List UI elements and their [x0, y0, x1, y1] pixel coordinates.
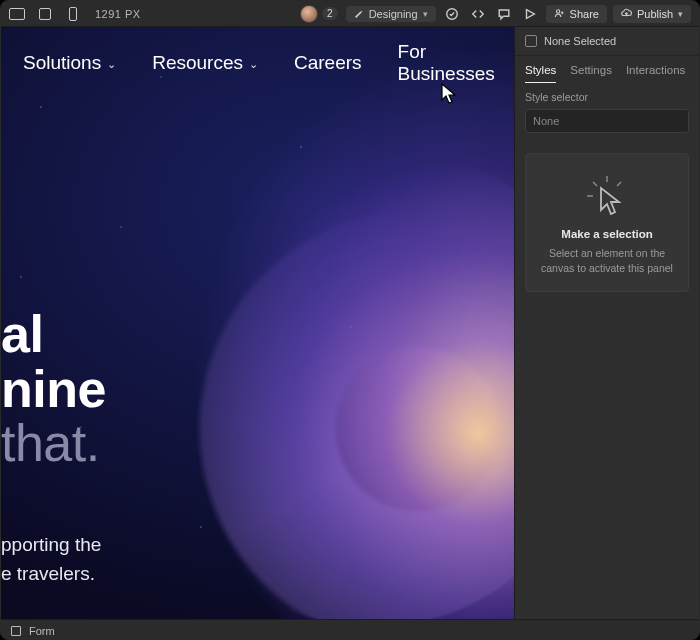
avatar-icon	[300, 5, 318, 23]
mode-dropdown[interactable]: Designing ▾	[346, 6, 436, 22]
svg-line-4	[617, 182, 621, 186]
app-window: 1291 PX 2 Designing ▾ S	[0, 0, 700, 640]
empty-selection-placeholder: Make a selection Select an element on th…	[525, 153, 689, 292]
toolbar-icon-row	[444, 6, 538, 22]
placeholder-title: Make a selection	[536, 228, 678, 240]
chevron-down-icon: ▾	[678, 9, 683, 19]
main-area: Solutions ⌄ Resources ⌄ Careers For Busi…	[1, 27, 699, 619]
svg-line-3	[593, 182, 597, 186]
device-switcher	[9, 8, 81, 20]
person-plus-icon	[554, 8, 565, 19]
pencil-icon	[352, 6, 366, 20]
placeholder-description: Select an element on the canvas to activ…	[536, 246, 678, 275]
checkbox-icon[interactable]	[525, 35, 537, 47]
design-canvas[interactable]: Solutions ⌄ Resources ⌄ Careers For Busi…	[1, 27, 514, 619]
nav-label: Solutions	[23, 52, 101, 74]
style-selector-label: Style selector	[515, 83, 699, 107]
selection-label: None Selected	[544, 35, 616, 47]
right-panel: None Selected Styles Settings Interactio…	[514, 27, 699, 619]
bottom-breadcrumb-bar: Form	[1, 619, 699, 640]
share-label: Share	[570, 8, 599, 20]
viewport-size-label: 1291 PX	[95, 8, 141, 20]
desktop-device-icon[interactable]	[9, 8, 25, 20]
mode-label: Designing	[369, 8, 418, 20]
checkmark-circle-icon[interactable]	[444, 6, 460, 22]
nav-item-careers[interactable]: Careers	[294, 41, 362, 85]
hero-subtext: pporting the e travelers.	[1, 531, 101, 588]
collaborator-group[interactable]: 2	[300, 5, 338, 23]
cloud-publish-icon	[621, 8, 632, 19]
nav-label: Resources	[152, 52, 243, 74]
chevron-down-icon: ⌄	[249, 58, 258, 71]
nav-label: For Businesses	[398, 41, 514, 85]
comment-icon[interactable]	[496, 6, 512, 22]
hero-line-3: that.	[1, 416, 106, 471]
selection-cursor-icon	[587, 176, 627, 216]
nav-label: Careers	[294, 52, 362, 74]
hero-sub-line-1: pporting the	[1, 531, 101, 560]
site-nav: Solutions ⌄ Resources ⌄ Careers For Busi…	[1, 41, 514, 85]
tab-settings[interactable]: Settings	[570, 64, 612, 83]
hero-heading: al nine that.	[1, 307, 106, 471]
breadcrumb-label[interactable]: Form	[29, 625, 55, 637]
mouse-cursor-icon	[441, 83, 459, 109]
play-icon[interactable]	[522, 6, 538, 22]
avatar-count: 2	[322, 7, 338, 20]
chevron-down-icon: ▾	[423, 9, 428, 19]
code-icon[interactable]	[470, 6, 486, 22]
publish-button[interactable]: Publish ▾	[613, 5, 691, 23]
svg-point-1	[556, 10, 559, 13]
hero-line-2: nine	[1, 362, 106, 417]
mobile-device-icon[interactable]	[65, 8, 81, 20]
style-selector-input[interactable]: None	[525, 109, 689, 133]
nav-item-for-businesses[interactable]: For Businesses	[398, 41, 514, 85]
tab-interactions[interactable]: Interactions	[626, 64, 685, 83]
tablet-device-icon[interactable]	[37, 8, 53, 20]
selection-header: None Selected	[515, 27, 699, 56]
hero-sub-line-2: e travelers.	[1, 560, 101, 589]
chevron-down-icon: ⌄	[107, 58, 116, 71]
hero-line-1: al	[1, 307, 106, 362]
share-button[interactable]: Share	[546, 5, 607, 23]
publish-label: Publish	[637, 8, 673, 20]
top-toolbar: 1291 PX 2 Designing ▾ S	[1, 1, 699, 27]
tab-styles[interactable]: Styles	[525, 64, 556, 83]
nav-item-resources[interactable]: Resources ⌄	[152, 41, 258, 85]
form-element-icon[interactable]	[11, 626, 21, 636]
nav-item-solutions[interactable]: Solutions ⌄	[23, 41, 116, 85]
panel-tabs: Styles Settings Interactions	[515, 56, 699, 83]
